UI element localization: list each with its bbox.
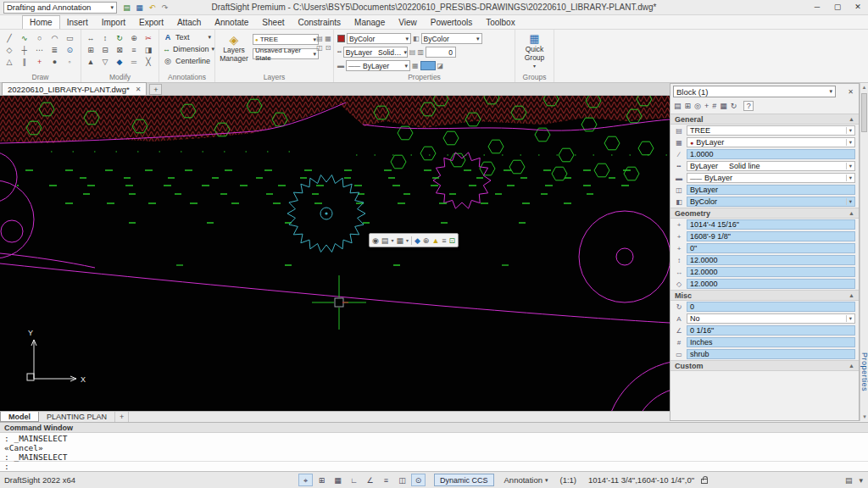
layers-manager-button[interactable]: ◈ Layers Manager (219, 32, 249, 71)
refresh-icon[interactable]: ↻ (731, 102, 737, 110)
tab-toolbox[interactable]: Toolbox (479, 16, 521, 29)
line-color-dropdown[interactable]: ByColor ▾ (347, 33, 411, 44)
line-tool-icon[interactable]: ╱ (3, 33, 15, 44)
redo-icon[interactable]: ↷ (159, 3, 171, 12)
lineweight-field[interactable]: ——ByLayer▾ (687, 173, 855, 183)
section-geometry[interactable]: Geometry ▲ (670, 208, 859, 219)
tab-sheet[interactable]: Sheet (255, 16, 291, 29)
node-tool-icon[interactable]: ● (48, 57, 60, 68)
properties-tool-icon[interactable]: ▤ (409, 48, 416, 56)
tab-view[interactable]: View (392, 16, 424, 29)
layer-tool-icon[interactable]: ▦ (325, 35, 331, 42)
chamfer-tool-icon[interactable]: ▽ (99, 57, 111, 68)
keyboard-icon[interactable]: ▤ (845, 476, 853, 485)
new-document-tab-button[interactable]: + (149, 84, 162, 95)
point-tool-icon[interactable]: ┼ (19, 45, 31, 56)
section-misc[interactable]: Misc ▲ (670, 290, 859, 301)
move-tool-icon[interactable]: ↔ (85, 33, 97, 44)
undo-icon[interactable]: ↶ (146, 3, 159, 12)
panel-close-button[interactable]: ✕ (845, 88, 856, 96)
dynamic-ccs-button[interactable]: Dynamic CCS (434, 474, 494, 486)
hatch-picker-icon[interactable]: ▦ (396, 236, 403, 245)
chevron-down-icon[interactable]: ▾ (391, 237, 393, 243)
scale-z-field[interactable]: 12.0000 (687, 279, 855, 289)
active-layer-dropdown[interactable]: ● TREE ▾ (253, 34, 319, 45)
sheet-tab-planting-plan[interactable]: PLANTING PLAN (39, 412, 115, 422)
spline-tool-icon[interactable]: ∿ (19, 33, 31, 44)
line-style-dropdown[interactable]: ByLayer Solid… ▾ (343, 47, 408, 58)
layer-picker-icon[interactable]: ▤ (381, 236, 389, 245)
drawing-canvas[interactable]: Y X ◉ ▤▾ ▦▾ ◆ ⊕ ▲ ≡ ⊡ (0, 96, 670, 411)
plus-tool-icon[interactable]: + (34, 57, 46, 68)
unit-factor-field[interactable]: 0 1/16" (687, 325, 855, 336)
extend-tool-icon[interactable]: ═ (128, 57, 140, 68)
hatch-tool-icon[interactable]: ≣ (48, 45, 60, 56)
block-name-field[interactable]: shrub (687, 349, 855, 359)
panel-scrollbar[interactable]: ▴ Properties ▾ (860, 83, 868, 421)
entity-selector-dropdown[interactable]: Block (1) ▾ (673, 86, 836, 97)
properties-palette-tab[interactable]: Properties (860, 352, 868, 391)
stretch-tool-icon[interactable]: ↕ (99, 33, 111, 44)
command-input[interactable]: : (0, 461, 868, 471)
more-tools-icon[interactable]: ⋯ (34, 45, 46, 56)
block-unit-field[interactable]: Inches (687, 337, 855, 347)
centerline-button[interactable]: ◎ Centerline (159, 55, 214, 67)
position-y-field[interactable]: 1608'-9 1/8" (687, 231, 855, 241)
scale-x-field[interactable]: 12.0000 (687, 255, 855, 265)
color-field[interactable]: ●ByLayer▾ (687, 137, 855, 147)
tab-annotate[interactable]: Annotate (208, 16, 255, 29)
line-weight-dropdown[interactable]: —— ByLayer ▾ (346, 60, 410, 71)
lock-icon[interactable] (701, 479, 708, 484)
options-icon[interactable]: # (712, 102, 716, 110)
minimize-button[interactable]: ─ (807, 0, 827, 14)
table-icon[interactable]: ▦ (720, 102, 727, 110)
grid-icon[interactable]: ▦ (331, 474, 345, 486)
tab-manage[interactable]: Manage (348, 16, 392, 29)
offset-tool-icon[interactable]: ⊟ (99, 45, 111, 56)
tab-close-icon[interactable]: ✕ (136, 86, 142, 93)
tab-home[interactable]: Home (22, 15, 60, 29)
layer-tool-icon[interactable]: ▤ (316, 35, 323, 42)
explode-tool-icon[interactable]: ▲ (85, 57, 97, 68)
layer-field[interactable]: TREE▾ (687, 125, 855, 136)
sheet-tab-model[interactable]: Model (0, 412, 39, 422)
section-general[interactable]: General ▲ (670, 114, 859, 125)
draw-order-icon[interactable]: ≡ (442, 236, 446, 245)
command-window-title[interactable]: Command Window (0, 423, 868, 433)
triangle-tool-icon[interactable]: △ (3, 57, 15, 68)
line-width-field[interactable]: 0 (426, 47, 456, 58)
maximize-button[interactable]: ▢ (827, 0, 848, 14)
close-button[interactable]: ✕ (848, 0, 868, 14)
annotation-scale-dropdown[interactable]: Annotation ▾ (504, 475, 548, 485)
fill-color-dropdown[interactable]: ByColor ▾ (421, 33, 482, 44)
frames-icon[interactable]: ◫ (395, 474, 409, 486)
arc-tool-icon[interactable]: ◠ (48, 33, 60, 44)
trim-tool-icon[interactable]: ✂ (142, 33, 154, 44)
quick-select-icon[interactable]: ⊞ (685, 102, 692, 110)
scale-y-field[interactable]: 12.0000 (687, 267, 855, 277)
esnap-icon[interactable]: ⌖ (298, 474, 313, 486)
rotation-field[interactable]: 0 (687, 302, 855, 312)
tab-import[interactable]: Import (95, 16, 132, 29)
add-icon[interactable]: + (704, 102, 709, 110)
tab-constraints[interactable]: Constraints (292, 16, 348, 29)
tab-export[interactable]: Export (132, 16, 170, 29)
isolate-icon[interactable]: ▲ (431, 236, 439, 245)
chevron-down-icon[interactable]: ▾ (406, 237, 409, 243)
make-block-icon[interactable]: ◆ (415, 236, 420, 245)
layer-tool-icon[interactable]: ◫ (316, 44, 323, 52)
scroll-up-icon[interactable]: ▴ (860, 83, 868, 92)
dimension-button[interactable]: ↔ Dimension ▾ (159, 43, 214, 55)
linescale-field[interactable]: 1.0000 (687, 149, 855, 159)
etrack-icon[interactable]: ⊙ (411, 474, 426, 486)
printstyle-field[interactable]: ByColor▾ (687, 197, 855, 207)
new-sheet-button[interactable]: + (115, 412, 129, 422)
dot-tool-icon[interactable]: ◦ (64, 57, 75, 68)
rotate-tool-icon[interactable]: ↻ (114, 33, 125, 44)
scrollbar-thumb[interactable] (861, 93, 867, 132)
position-z-field[interactable]: 0" (687, 243, 855, 253)
open-icon[interactable]: ▤ (120, 3, 133, 12)
fillet-tool-icon[interactable]: ◨ (142, 45, 154, 56)
tab-attach[interactable]: Attach (170, 16, 208, 29)
delete-tool-icon[interactable]: ╳ (142, 57, 154, 68)
